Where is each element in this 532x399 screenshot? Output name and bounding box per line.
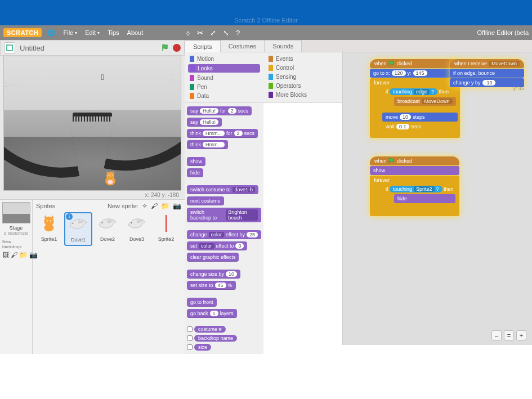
block-next-costume[interactable]: next costume: [187, 196, 224, 205]
block-switch-costume[interactable]: switch costume todove1-b: [187, 185, 258, 194]
svg-point-11: [44, 224, 54, 231]
reporter-size[interactable]: size: [187, 344, 261, 351]
mouse-coords: x: 240 y: -180: [0, 191, 185, 199]
zoom-in-button[interactable]: +: [516, 330, 526, 340]
stage-thumbnail[interactable]: [2, 202, 30, 223]
sprite-dove2[interactable]: Dove2: [93, 212, 122, 246]
zoom-out-button[interactable]: –: [491, 330, 502, 340]
camera-sprite-icon[interactable]: 📷: [173, 202, 181, 210]
block-go-front[interactable]: go to front: [187, 298, 217, 307]
palette-data[interactable]: Data: [188, 92, 260, 100]
menu-bar: SCRATCH 🌐 File▾ Edit▾ Tips About ⎀ ✂ ⤢ ⤡…: [0, 25, 532, 40]
stage-header: Untitled: [0, 40, 185, 56]
choose-backdrop-icon[interactable]: 🖼: [2, 251, 9, 259]
palette-pen[interactable]: Pen: [188, 83, 260, 91]
block-hide[interactable]: hide: [187, 168, 203, 177]
menu-edit[interactable]: Edit▾: [85, 29, 100, 36]
hat-when-flag-clicked: whenclicked: [370, 59, 460, 68]
editor-mode-label: Offline Editor (beta: [477, 29, 529, 36]
svg-point-15: [50, 220, 51, 221]
tab-sounds[interactable]: Sounds: [264, 40, 302, 52]
help-icon[interactable]: ?: [236, 29, 240, 37]
svg-point-14: [47, 220, 48, 221]
stage-canvas[interactable]: 𓅮: [3, 56, 181, 191]
blocks-palette: sayHello!for2secs sayHello! thinkHmm...f…: [185, 103, 263, 354]
block-show[interactable]: show: [187, 157, 205, 166]
stage-backdrop-count: 2 backdrops: [2, 231, 30, 236]
palette-more-blocks[interactable]: More Blocks: [267, 91, 339, 98]
palette-right: EventsControlSensingOperatorsMore Blocks: [263, 52, 342, 102]
cut-icon[interactable]: ✂: [197, 29, 203, 37]
svg-point-7: [108, 175, 109, 176]
paint-backdrop-icon[interactable]: 🖌: [11, 251, 17, 259]
sprite-dove3[interactable]: Dove3: [123, 212, 151, 246]
palette-control[interactable]: Control: [267, 64, 339, 71]
sprites-panel: Stage 2 backdrops New backdrop: 🖼 🖌 📁 📷 …: [0, 199, 185, 354]
stamp-icon[interactable]: ⎀: [186, 29, 190, 37]
block-say[interactable]: sayHello!: [187, 118, 222, 127]
shrink-icon[interactable]: ⤡: [223, 29, 229, 37]
green-flag-button[interactable]: [162, 44, 169, 52]
script-stack-3[interactable]: whenclicked show forever if touchingSpri…: [370, 156, 459, 216]
new-backdrop-label: New backdrop:: [2, 239, 30, 249]
sprite-sprite1[interactable]: Sprite1: [35, 212, 63, 246]
palette-looks[interactable]: Looks: [188, 64, 260, 73]
svg-rect-0: [7, 45, 12, 51]
palette-left: MotionLooksSoundPenData: [185, 52, 263, 102]
bird-graphic: 𓅮: [101, 73, 104, 82]
scratch-logo[interactable]: SCRATCH: [3, 28, 42, 37]
scratch-cat-sprite[interactable]: [101, 170, 119, 188]
palette-sensing[interactable]: Sensing: [267, 73, 339, 80]
block-clear-effects[interactable]: clear graphic effects: [187, 253, 239, 262]
new-sprite-label: New sprite:: [108, 203, 138, 209]
svg-point-16: [73, 223, 74, 224]
block-go-back[interactable]: go back1layers: [187, 309, 237, 318]
stop-button[interactable]: [173, 44, 181, 52]
script-stack-2[interactable]: when I receiveMoveDown if on edge, bounc…: [450, 59, 524, 87]
sprite-list: Sprite1iDove1Dove2Dove3Sprite2: [35, 212, 182, 246]
svg-point-17: [102, 222, 103, 223]
tabs-bar: Scripts Costumes Sounds: [185, 40, 532, 52]
reporter-costume-num[interactable]: costume #: [187, 326, 261, 333]
block-change-effect[interactable]: changecoloreffect by25: [187, 230, 261, 239]
block-think[interactable]: thinkHmm...: [187, 140, 228, 149]
stage-label: Stage: [2, 225, 30, 231]
choose-sprite-icon[interactable]: ✧: [142, 202, 147, 210]
script-stack-1[interactable]: whenclicked go to x:120y:145 forever if …: [370, 59, 460, 138]
menu-tips[interactable]: Tips: [108, 29, 119, 36]
block-switch-backdrop[interactable]: switch backdrop toBrighton beach: [187, 208, 261, 222]
svg-point-18: [131, 222, 132, 223]
globe-icon[interactable]: 🌐: [47, 29, 55, 37]
upload-sprite-icon[interactable]: 📁: [161, 202, 169, 210]
window-title: Scratch 2 Offline Editor: [0, 17, 532, 24]
palette-motion[interactable]: Motion: [188, 55, 260, 62]
svg-point-8: [111, 175, 112, 176]
pier-graphic: [73, 113, 112, 122]
palette-sound[interactable]: Sound: [188, 74, 260, 82]
block-change-size[interactable]: change size by10: [187, 270, 240, 279]
block-set-size[interactable]: set size to45%: [187, 281, 236, 290]
block-say-for[interactable]: sayHello!for2secs: [187, 106, 252, 115]
palette-events[interactable]: Events: [267, 55, 339, 62]
zoom-reset-button[interactable]: =: [504, 330, 514, 340]
paint-sprite-icon[interactable]: 🖌: [151, 202, 158, 210]
sprites-header: Sprites: [36, 203, 55, 209]
block-think-for[interactable]: thinkHmm...for2secs: [187, 129, 258, 138]
menu-file[interactable]: File▾: [63, 29, 77, 36]
tab-costumes[interactable]: Costumes: [220, 40, 265, 52]
menu-about[interactable]: About: [127, 29, 144, 36]
svg-point-9: [108, 180, 113, 184]
sprite-dove1[interactable]: iDove1: [64, 212, 92, 246]
fullscreen-button[interactable]: [4, 42, 15, 53]
sprite-sprite2[interactable]: Sprite2: [152, 212, 180, 246]
palette-operators[interactable]: Operators: [267, 82, 339, 89]
block-set-effect[interactable]: setcoloreffect to0: [187, 241, 247, 250]
tab-scripts[interactable]: Scripts: [185, 41, 221, 52]
scripts-canvas[interactable]: x: -198 y: 45 whenclicked go to x:120y:1…: [342, 52, 532, 345]
reporter-backdrop-name[interactable]: backdrop name: [187, 335, 261, 342]
window-titlebar: Scratch 2 Offline Editor: [0, 0, 532, 25]
grow-icon[interactable]: ⤢: [210, 29, 216, 37]
project-title[interactable]: Untitled: [20, 44, 162, 52]
upload-backdrop-icon[interactable]: 📁: [19, 251, 28, 259]
